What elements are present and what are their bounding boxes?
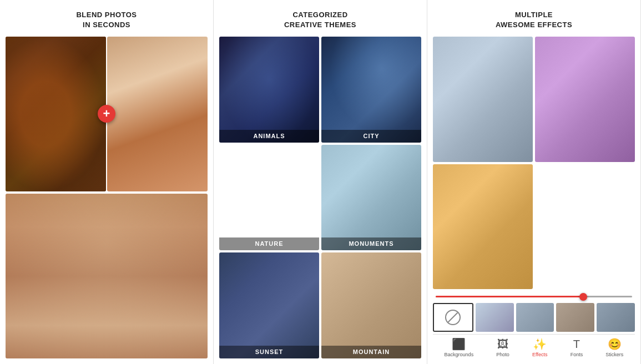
stickers-label: Stickers xyxy=(605,352,623,357)
backgrounds-label: Backgrounds xyxy=(445,352,474,357)
effect-preview-3[interactable] xyxy=(433,164,533,289)
blend-horse-image[interactable] xyxy=(6,37,106,191)
effect-preview-2[interactable] xyxy=(535,37,635,161)
photo-label: Photo xyxy=(496,352,509,357)
effects-preview-grid xyxy=(433,37,635,289)
theme-animals[interactable]: ANIMALS xyxy=(219,37,319,143)
themes-grid: ANIMALS CITY NATURE MONUMENTS SUNSET MOU… xyxy=(219,37,421,358)
slider-track xyxy=(436,296,632,297)
effect-preview-1[interactable] xyxy=(433,37,533,161)
add-photo-button[interactable]: + xyxy=(98,105,115,123)
theme-sunset[interactable]: SUNSET xyxy=(219,252,319,358)
theme-sunset-label: SUNSET xyxy=(219,346,319,358)
effect-thumb-3[interactable] xyxy=(556,303,594,332)
theme-city[interactable]: CITY xyxy=(321,37,421,143)
backgrounds-icon: ⬛ xyxy=(452,337,466,351)
effect-intensity-slider[interactable] xyxy=(433,291,635,301)
theme-animals-label: ANIMALS xyxy=(219,130,319,143)
toolbar-stickers[interactable]: 😊 Stickers xyxy=(605,337,623,357)
fonts-icon: T xyxy=(573,338,580,351)
slider-fill xyxy=(436,296,583,297)
no-effect-icon xyxy=(445,310,461,325)
toolbar-backgrounds[interactable]: ⬛ Backgrounds xyxy=(445,337,474,357)
effect-strip xyxy=(433,303,635,332)
blend-result-image xyxy=(6,194,208,358)
blend-top: + xyxy=(6,37,208,191)
theme-mountain[interactable]: MOUNTAIN xyxy=(321,252,421,358)
bottom-toolbar: ⬛ Backgrounds 🖼 Photo ✨ Effects T Fonts … xyxy=(433,334,635,358)
effects-container: ⬛ Backgrounds 🖼 Photo ✨ Effects T Fonts … xyxy=(433,37,635,358)
photo-icon: 🖼 xyxy=(497,338,508,351)
panel-blend: BLEND PHOTOS IN SECONDS + xyxy=(0,0,214,364)
theme-monuments[interactable]: MONUMENTS xyxy=(321,145,421,251)
effect-preview-4[interactable] xyxy=(535,164,635,289)
stickers-icon: 😊 xyxy=(608,337,622,351)
theme-mountain-label: MOUNTAIN xyxy=(321,346,421,358)
effects-icon: ✨ xyxy=(533,337,547,351)
theme-nature-label: NATURE xyxy=(219,237,319,250)
effect-thumb-2[interactable] xyxy=(516,303,554,332)
effect-none-button[interactable] xyxy=(433,303,473,332)
toolbar-photo[interactable]: 🖼 Photo xyxy=(496,338,509,357)
fonts-label: Fonts xyxy=(571,352,583,357)
theme-city-label: CITY xyxy=(321,130,421,143)
slider-thumb[interactable] xyxy=(579,293,587,301)
toolbar-fonts[interactable]: T Fonts xyxy=(571,338,583,357)
panel-effects: MULTIPLE AWESOME EFFECTS ⬛ xyxy=(427,0,641,364)
theme-nature[interactable]: NATURE xyxy=(219,145,319,251)
panel2-title: CATEGORIZED CREATIVE THEMES xyxy=(284,10,356,30)
toolbar-effects[interactable]: ✨ Effects xyxy=(532,337,547,357)
effect-thumb-4[interactable] xyxy=(597,303,635,332)
blend-container: + xyxy=(6,37,208,358)
panel-themes: CATEGORIZED CREATIVE THEMES ANIMALS CITY… xyxy=(214,0,427,364)
blend-woman-image[interactable] xyxy=(107,37,208,191)
effects-label: Effects xyxy=(532,352,547,357)
effect-thumb-1[interactable] xyxy=(476,303,514,332)
panel3-title: MULTIPLE AWESOME EFFECTS xyxy=(496,10,572,30)
theme-monuments-label: MONUMENTS xyxy=(321,237,421,250)
panel1-title: BLEND PHOTOS IN SECONDS xyxy=(76,10,137,30)
